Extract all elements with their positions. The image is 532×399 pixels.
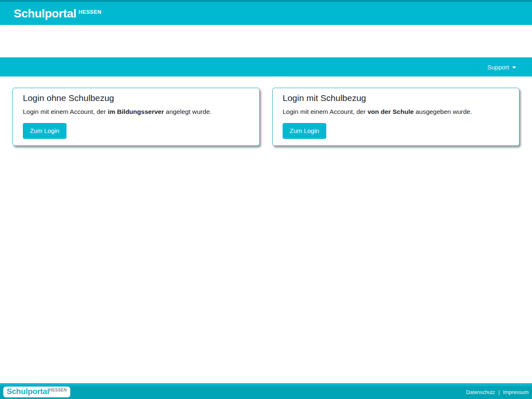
logo-text: Schulportal	[14, 8, 76, 20]
card-text-segment: angelegt wurde.	[164, 108, 212, 115]
footer-body: Schulportal HESSEN Datenschutz | Impress…	[0, 386, 532, 399]
card-text-segment: Login mit einem Account, der	[23, 108, 108, 115]
datenschutz-link[interactable]: Datenschutz	[466, 389, 495, 395]
logo-region-text: HESSEN	[79, 8, 101, 15]
card-body: Login mit Schulbezug Login mit einem Acc…	[273, 88, 519, 145]
chevron-down-icon	[512, 66, 516, 69]
footer: Schulportal HESSEN Datenschutz | Impress…	[0, 383, 532, 399]
zum-login-button-bildungsserver[interactable]: Zum Login	[23, 123, 66, 139]
page: Schulportal HESSEN Support Login ohne Sc…	[0, 0, 532, 399]
footer-logo-region-text: HESSEN	[49, 387, 66, 392]
support-menu-label: Support	[487, 64, 509, 71]
card-text-bold-segment: von der Schule	[367, 108, 414, 115]
card-body: Login ohne Schulbezug Login mit einem Ac…	[13, 88, 259, 145]
header-spacer	[0, 25, 532, 57]
navbar: Support	[0, 57, 532, 76]
login-card-with-school: Login mit Schulbezug Login mit einem Acc…	[272, 88, 520, 146]
footer-logo-text: Schulportal	[7, 387, 49, 396]
card-text: Login mit einem Account, der von der Sch…	[283, 107, 509, 116]
footer-links: Datenschutz | Impressum	[466, 389, 529, 395]
header: Schulportal HESSEN	[0, 2, 532, 25]
main-content: Login ohne Schulbezug Login mit einem Ac…	[0, 76, 532, 146]
card-text-bold-segment: im Bildungsserver	[108, 108, 164, 115]
footer-logo[interactable]: Schulportal HESSEN	[3, 387, 70, 398]
card-text-segment: ausgegeben wurde.	[414, 108, 472, 115]
login-card-without-school: Login ohne Schulbezug Login mit einem Ac…	[12, 88, 260, 146]
card-text-segment: Login mit einem Account, der	[283, 108, 367, 115]
footer-link-separator: |	[498, 389, 500, 395]
support-menu[interactable]: Support	[487, 64, 516, 71]
impressum-link[interactable]: Impressum	[503, 389, 529, 395]
card-text: Login mit einem Account, der im Bildungs…	[23, 107, 249, 116]
logo[interactable]: Schulportal HESSEN	[14, 8, 101, 20]
card-title: Login mit Schulbezug	[283, 93, 509, 103]
zum-login-button-schule[interactable]: Zum Login	[283, 123, 326, 139]
card-title: Login ohne Schulbezug	[23, 93, 249, 103]
